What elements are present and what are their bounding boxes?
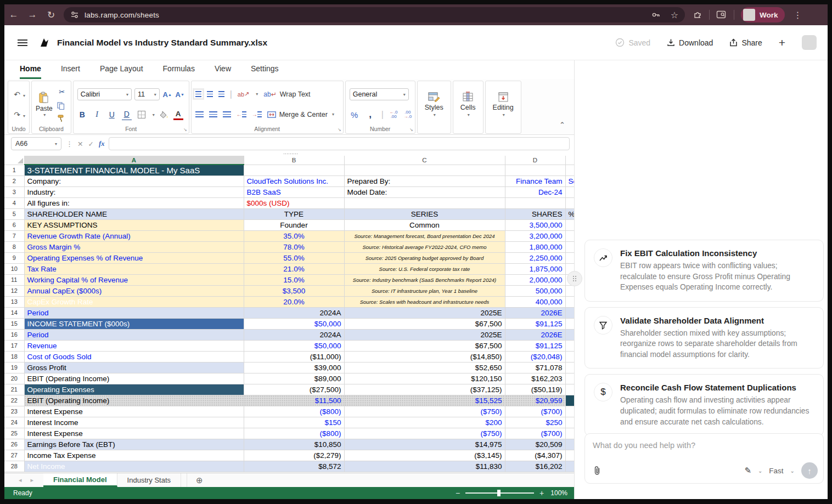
cell-B19[interactable]: $39,000 — [244, 362, 344, 373]
cell-B25[interactable]: ($800) — [244, 428, 344, 439]
attach-paperclip-icon[interactable] — [593, 466, 601, 475]
sheet-nav-right-icon[interactable]: ▸ — [31, 477, 34, 484]
number-format-select[interactable]: General▾ — [350, 88, 409, 100]
sheet-tab-financial-model[interactable]: Financial Model — [43, 473, 117, 487]
decrease-decimal-icon[interactable]: .00→.0 — [404, 110, 412, 119]
edit-mode-chevron-icon[interactable]: ⌄ — [758, 468, 762, 474]
cell-C19[interactable]: $52,650 — [344, 362, 505, 373]
row-header-25[interactable]: 25 — [4, 428, 24, 439]
cell-A18[interactable]: Cost of Goods Sold — [24, 351, 244, 362]
cell-C15[interactable]: $67,500 — [344, 318, 505, 329]
password-key-icon[interactable] — [651, 10, 661, 20]
row-header-6[interactable]: 6 — [4, 219, 24, 230]
cell-B2[interactable]: CloudTech Solutions Inc. — [244, 175, 344, 186]
cell-E3[interactable] — [565, 186, 574, 197]
cell-C20[interactable]: $120,150 — [344, 373, 505, 384]
cell-E12[interactable] — [565, 285, 574, 296]
extensions-icon[interactable] — [693, 10, 702, 20]
alignment-dialog-launcher-icon[interactable]: ↘ — [338, 127, 341, 132]
row-header-20[interactable]: 20 — [4, 373, 24, 384]
cell-E7[interactable] — [565, 230, 574, 241]
browser-reload-button[interactable]: ↻ — [42, 9, 60, 21]
cell-A27[interactable]: Income Tax Expense — [24, 450, 244, 461]
cell-D25[interactable]: ($700) — [505, 428, 565, 439]
cell-C2[interactable]: Prepared By: — [344, 175, 505, 186]
zoom-slider-thumb[interactable] — [497, 490, 501, 496]
cell-E8[interactable] — [565, 241, 574, 252]
cell-A8[interactable]: Gross Margin % — [24, 241, 244, 252]
cell-C13[interactable]: Source: Scales with headcount and infras… — [344, 296, 505, 307]
bold-icon[interactable]: B — [77, 109, 87, 120]
cell-A9[interactable]: Operating Expenses % of Revenue — [24, 252, 244, 263]
name-box[interactable]: A66▾ — [11, 137, 61, 150]
cell-C10[interactable]: Source: U.S. Federal corporate tax rate — [344, 263, 505, 274]
column-header-C[interactable]: C — [344, 156, 505, 165]
row-header-10[interactable]: 10 — [4, 263, 24, 274]
row-header-18[interactable]: 18 — [4, 351, 24, 362]
row-header-19[interactable]: 19 — [4, 362, 24, 373]
cell-D5[interactable]: SHARES — [505, 208, 565, 219]
cell-A13[interactable]: CapEx Growth Rate — [24, 296, 244, 307]
cell-A28[interactable]: Net Income — [24, 461, 244, 472]
row-header-3[interactable]: 3 — [4, 186, 24, 197]
cell-D10[interactable]: 1,875,000 — [505, 263, 565, 274]
cell-B21[interactable]: ($27,500) — [244, 384, 344, 395]
cell-D9[interactable]: 2,250,000 — [505, 252, 565, 263]
cell-D15[interactable]: $91,125 — [505, 318, 565, 329]
cell-C23[interactable]: ($750) — [344, 406, 505, 417]
cell-D17[interactable]: $91,125 — [505, 340, 565, 351]
cell-B27[interactable]: ($2,279) — [244, 450, 344, 461]
cell-A11[interactable]: Working Capital % of Revenue — [24, 274, 244, 285]
cell-C1[interactable] — [344, 165, 505, 175]
cell-D18[interactable]: ($20,048) — [505, 351, 565, 362]
row-header-16[interactable]: 16 — [4, 329, 24, 340]
bookmark-star-icon[interactable]: ☆ — [671, 10, 678, 20]
cell-B13[interactable]: 20.0% — [244, 296, 344, 307]
cell-B17[interactable]: $50,000 — [244, 340, 344, 351]
format-painter-icon[interactable] — [57, 115, 65, 122]
decrease-indent-icon[interactable]: ← — [237, 109, 246, 120]
ribbon-tab-formulas[interactable]: Formulas — [163, 64, 195, 79]
cell-D20[interactable]: $162,203 — [505, 373, 565, 384]
cell-C6[interactable]: Common — [344, 219, 505, 230]
align-middle-icon[interactable] — [207, 91, 213, 97]
add-sheet-icon[interactable]: ⊕ — [187, 473, 212, 487]
cell-D7[interactable]: 3,200,000 — [505, 230, 565, 241]
site-settings-icon[interactable] — [70, 10, 79, 19]
cell-E5[interactable]: % — [565, 208, 574, 219]
confirm-entry-icon[interactable]: ✓ — [88, 140, 93, 148]
cell-D6[interactable]: 3,500,000 — [505, 219, 565, 230]
hamburger-menu-icon[interactable] — [18, 38, 27, 48]
cell-B14[interactable]: 2024A — [244, 307, 344, 318]
align-left-icon[interactable] — [195, 111, 204, 117]
cut-icon[interactable]: ✂ — [57, 86, 67, 97]
double-underline-icon[interactable]: D — [122, 109, 132, 120]
cell-A1[interactable]: 3-STATEMENT FINANCIAL MODEL - My SaaS — [24, 165, 244, 175]
collapse-ribbon-icon[interactable]: ⌃ — [559, 121, 565, 129]
new-document-button[interactable]: + — [779, 36, 785, 49]
row-header-13[interactable]: 13 — [4, 296, 24, 307]
cell-C27[interactable]: ($3,145) — [344, 450, 505, 461]
row-header-28[interactable]: 28 — [4, 461, 24, 472]
paste-button[interactable]: Paste ▾ — [36, 92, 53, 117]
cell-A24[interactable]: Interest Income — [24, 417, 244, 428]
cell-C14[interactable]: 2025E — [344, 307, 505, 318]
cell-C24[interactable]: $200 — [344, 417, 505, 428]
cell-C4[interactable] — [344, 197, 505, 208]
formula-input[interactable] — [109, 137, 570, 150]
formula-bar-options-icon[interactable]: ⋮ — [66, 140, 73, 148]
cell-E27[interactable] — [565, 450, 574, 461]
borders-icon[interactable] — [137, 109, 147, 120]
cell-B8[interactable]: 78.0% — [244, 241, 344, 252]
cell-E14[interactable] — [565, 307, 574, 318]
cell-C25[interactable]: ($750) — [344, 428, 505, 439]
cell-C18[interactable]: ($14,850) — [344, 351, 505, 362]
cell-D21[interactable]: ($50,119) — [505, 384, 565, 395]
cell-C28[interactable]: $11,830 — [344, 461, 505, 472]
align-right-icon[interactable] — [223, 111, 231, 117]
cell-A21[interactable]: Operating Expenses — [24, 384, 244, 395]
cell-E16[interactable] — [565, 329, 574, 340]
row-header-4[interactable]: 4 — [4, 197, 24, 208]
cell-A20[interactable]: EBIT (Operating Income) — [24, 373, 244, 384]
cell-A12[interactable]: Annual CapEx ($000s) — [24, 285, 244, 296]
